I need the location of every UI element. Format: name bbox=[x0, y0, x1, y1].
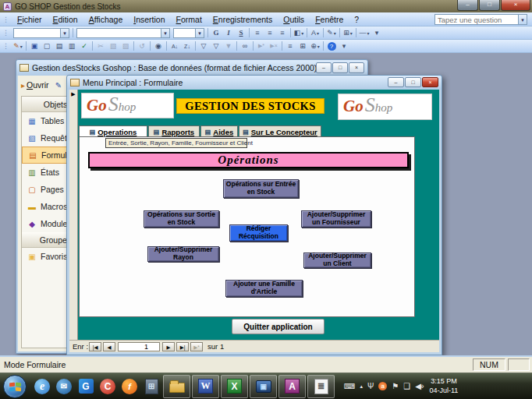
line-style-icon[interactable]: —▾ bbox=[358, 27, 371, 39]
taskbar-access[interactable]: A bbox=[278, 375, 306, 398]
font-combobox[interactable]: ▾ bbox=[76, 28, 170, 38]
menu-aide[interactable]: ? bbox=[349, 14, 364, 25]
question-input[interactable] bbox=[434, 14, 519, 25]
save-icon[interactable]: ▣ bbox=[28, 41, 41, 52]
filter-by-selection-icon[interactable]: ▽ bbox=[197, 41, 210, 52]
previous-record-button[interactable]: ◀ bbox=[103, 342, 115, 351]
undo-icon[interactable]: ↺ bbox=[136, 41, 148, 52]
show-hidden-icons[interactable]: ▴ bbox=[360, 383, 363, 390]
taskbar-ccleaner[interactable]: C bbox=[97, 375, 119, 398]
question-dropdown-icon[interactable]: ▾ bbox=[519, 14, 527, 25]
apply-filter-icon[interactable]: ▼ bbox=[222, 41, 235, 52]
tab-rapports[interactable]: ▤ Rapports bbox=[148, 125, 200, 137]
border-style-icon[interactable]: ⊞▾ bbox=[342, 27, 354, 39]
menu-affichage[interactable]: Affichage bbox=[83, 14, 129, 25]
close-button[interactable]: × bbox=[501, 0, 530, 11]
db-close-button[interactable]: × bbox=[349, 62, 364, 73]
form-maximize-button[interactable]: □ bbox=[405, 77, 421, 87]
help-icon[interactable]: ? bbox=[325, 41, 338, 52]
record-selector-bar[interactable]: ▶ bbox=[69, 90, 78, 340]
taskbar-thunderbird[interactable]: ✉ bbox=[53, 375, 75, 398]
operations-entree-stock-button[interactable]: Opérations sur Entrée en Stock bbox=[223, 179, 299, 198]
usb-tray-icon[interactable]: Ψ bbox=[367, 382, 374, 390]
ajouter-supprimer-rayon-button[interactable]: Ajouter/Supprimer Rayon bbox=[147, 246, 219, 262]
tab-aides[interactable]: ▤ Aides bbox=[200, 125, 238, 137]
next-record-button[interactable]: ▶ bbox=[162, 342, 175, 351]
flag-tray-icon[interactable]: ⚑ bbox=[392, 382, 399, 390]
menu-enregistrements[interactable]: Enregistrements bbox=[207, 14, 278, 25]
menu-fenetre[interactable]: Fenêtre bbox=[310, 14, 349, 25]
fontsize-combobox[interactable]: ▾ bbox=[173, 28, 204, 38]
rediger-recquisition-button[interactable]: Rédiger Récquisition bbox=[229, 224, 288, 242]
menu-fichier[interactable]: Fichier bbox=[12, 14, 48, 25]
open-button[interactable]: Ouvrir bbox=[27, 80, 49, 90]
toolbar-options-icon[interactable]: ▾ bbox=[338, 41, 350, 52]
database-window-icon[interactable]: ⊞ bbox=[296, 41, 309, 52]
taskbar-internet-explorer[interactable]: e bbox=[31, 375, 53, 398]
sort-ascending-icon[interactable]: A↓ bbox=[168, 41, 181, 52]
taskbar-document-viewer[interactable]: ≣ bbox=[307, 375, 335, 398]
form-close-button[interactable]: × bbox=[422, 77, 438, 87]
menu-edition[interactable]: Edition bbox=[48, 14, 83, 25]
taskbar-explorer[interactable] bbox=[163, 375, 190, 398]
minimize-button[interactable]: – bbox=[457, 0, 478, 11]
italic-button[interactable]: I bbox=[222, 27, 235, 39]
maximize-button[interactable]: □ bbox=[479, 0, 500, 11]
operations-sortie-stock-button[interactable]: Opérations sur Sortie en Stock bbox=[144, 210, 219, 228]
ajouter-supprimer-fournisseur-button[interactable]: Ajouter/Supprimer un Fournisseur bbox=[301, 210, 371, 228]
delete-record-icon[interactable]: ▶× bbox=[268, 41, 280, 52]
tab-sur-le-concepteur[interactable]: ▤ Sur Le Concepteur bbox=[239, 125, 321, 137]
ajouter-supprimer-client-button[interactable]: Ajouter/Supprimer un Client bbox=[303, 252, 371, 268]
menu-format[interactable]: Format bbox=[171, 14, 207, 25]
last-record-button[interactable]: ▶| bbox=[176, 342, 189, 351]
db-maximize-button[interactable]: □ bbox=[332, 62, 348, 73]
toolbar-options-icon[interactable]: ▾ bbox=[371, 27, 383, 39]
cut-icon[interactable]: ✂ bbox=[94, 41, 107, 52]
db-minimize-button[interactable]: – bbox=[316, 62, 332, 73]
new-record-button[interactable]: ▶* bbox=[190, 342, 203, 351]
first-record-button[interactable]: |◀ bbox=[89, 342, 101, 351]
start-button[interactable] bbox=[3, 375, 27, 398]
record-number-field[interactable] bbox=[118, 342, 160, 351]
taskbar-gom-player[interactable]: G bbox=[75, 375, 97, 398]
align-right-icon[interactable]: ≡ bbox=[276, 27, 289, 39]
print-preview-icon[interactable]: ▥ bbox=[66, 41, 78, 52]
filter-by-form-icon[interactable]: ▽ bbox=[210, 41, 222, 52]
align-left-icon[interactable]: ≡ bbox=[251, 27, 264, 39]
insert-hyperlink-icon[interactable]: ◉ bbox=[152, 41, 165, 52]
font-color-icon[interactable]: A▾ bbox=[309, 27, 321, 39]
taskbar-word[interactable]: W bbox=[192, 375, 219, 398]
taskbar-display-settings[interactable]: ▣ bbox=[250, 375, 277, 398]
form-minimize-button[interactable]: – bbox=[388, 77, 404, 87]
paste-icon[interactable]: ▨ bbox=[119, 41, 132, 52]
align-center-icon[interactable]: ≡ bbox=[264, 27, 276, 39]
bold-button[interactable]: G bbox=[210, 27, 222, 39]
menu-outils[interactable]: Outils bbox=[278, 14, 310, 25]
object-combobox[interactable]: ▾ bbox=[13, 28, 69, 38]
sort-descending-icon[interactable]: Z↓ bbox=[181, 41, 193, 52]
taskbar-calculator[interactable]: ⊞ bbox=[140, 375, 162, 398]
monitor-tray-icon[interactable]: ❑ bbox=[403, 382, 410, 390]
file-search-icon[interactable]: ▢ bbox=[41, 41, 53, 52]
fill-color-icon[interactable]: ◧▾ bbox=[293, 27, 305, 39]
ajouter-famille-article-button[interactable]: Ajouter une Famille d'Article bbox=[225, 280, 303, 297]
taskbar-firefox[interactable]: f bbox=[119, 375, 140, 398]
find-icon[interactable]: ∞ bbox=[239, 41, 251, 52]
menu-insertion[interactable]: Insertion bbox=[128, 14, 170, 25]
taskbar-clock[interactable]: 3:15 PM 04-Jul-11 bbox=[430, 377, 459, 395]
design-icon[interactable]: ✎ bbox=[55, 81, 62, 90]
new-record-icon[interactable]: ▶* bbox=[255, 41, 268, 52]
spelling-icon[interactable]: ✓ bbox=[78, 41, 90, 52]
avira-tray-icon[interactable]: a bbox=[378, 382, 387, 390]
properties-icon[interactable]: ≡ bbox=[284, 41, 296, 52]
print-icon[interactable]: ▤ bbox=[53, 41, 66, 52]
taskbar-excel[interactable]: X bbox=[221, 375, 248, 398]
speaker-tray-icon[interactable]: ◀» bbox=[415, 382, 422, 390]
line-color-icon[interactable]: ✎▾ bbox=[325, 27, 338, 39]
new-object-icon[interactable]: ⊕▾ bbox=[309, 41, 321, 52]
keyboard-tray-icon[interactable]: ⌨ bbox=[344, 382, 355, 390]
copy-icon[interactable]: ▧ bbox=[107, 41, 119, 52]
quitter-application-button[interactable]: Quitter application bbox=[232, 319, 325, 334]
view-button[interactable]: ✎▾ bbox=[12, 41, 24, 52]
underline-button[interactable]: S bbox=[235, 27, 247, 39]
